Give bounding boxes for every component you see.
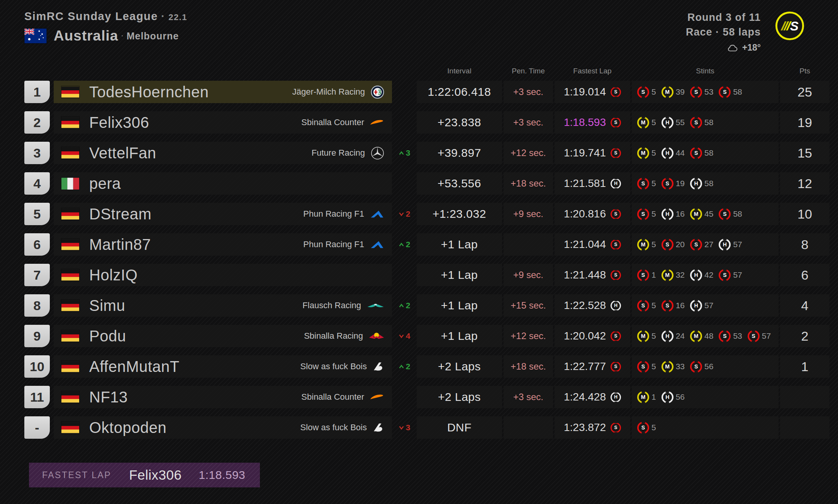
tire-H-icon: H xyxy=(690,178,702,190)
results-table: 1 TodesHoernchen Jäger-Milch Racing 1:22… xyxy=(0,81,838,439)
team-name: Sbinalla Racing xyxy=(304,331,363,341)
stint-lap: 19 xyxy=(676,179,685,188)
table-row: 2 Felix306 Sbinalla Counter +23.838 +3 s… xyxy=(24,111,838,134)
fastest-lap-cell: 1:24.428H xyxy=(555,386,630,408)
stint-item: S53 xyxy=(719,330,742,342)
penalty-value: +9 sec. xyxy=(504,264,553,286)
stint-lap: 5 xyxy=(651,209,656,219)
tire-S-icon: S xyxy=(690,147,702,159)
driver-cell: NF13 Sbinalla Counter xyxy=(54,386,392,408)
position-number: 3 xyxy=(34,146,41,161)
fastest-lap-cell: 1:21.044S xyxy=(555,233,630,256)
fastest-lap-value: 1:20.816 xyxy=(564,208,606,220)
fastest-lap-cell: 1:19.014S xyxy=(555,81,630,103)
fastest-lap-cell: 1:20.042S xyxy=(555,325,630,347)
column-header-fastest-lap: Fastest Lap xyxy=(555,67,630,75)
country-name: Australia xyxy=(54,28,118,44)
race-results-screen: SimRC Sunday League·22.1 Australia · Mel… xyxy=(0,0,838,504)
stint-item: S1 xyxy=(637,269,656,281)
position-badge: 5 xyxy=(24,203,50,225)
penalty-value: +3 sec. xyxy=(504,111,553,134)
position-badge: 3 xyxy=(24,142,50,164)
stint-lap: 58 xyxy=(704,148,713,158)
table-row: 5 DStream Phun Racing F1 2 +1:23.032 +9 … xyxy=(24,203,838,225)
stint-item: M1 xyxy=(637,391,656,403)
stint-item: S5 xyxy=(637,208,656,220)
interval-value: +2 Laps xyxy=(417,355,502,378)
stint-item: M5 xyxy=(637,117,656,129)
de-flag-icon xyxy=(61,300,79,312)
fastest-lap-value: 1:23.872 xyxy=(564,421,606,434)
tire-S-icon: S xyxy=(611,148,621,158)
points-value: 25 xyxy=(780,81,830,103)
position-change-value: 4 xyxy=(406,331,411,341)
stint-lap: 53 xyxy=(733,331,742,341)
fastest-lap-value: 1:19.014 xyxy=(564,86,606,98)
stint-item: M5 xyxy=(637,239,656,251)
position-change-indicator: 3 xyxy=(392,142,417,164)
team-name: Flausch Racing xyxy=(302,300,361,311)
stint-item: H44 xyxy=(662,147,685,159)
driver-name: TodesHoernchen xyxy=(89,83,209,101)
stint-item: S5 xyxy=(637,300,656,312)
fastest-lap-value: 1:20.042 xyxy=(564,330,606,342)
table-row: 1 TodesHoernchen Jäger-Milch Racing 1:22… xyxy=(24,81,838,103)
tire-H-icon: H xyxy=(662,330,673,342)
position-change-value: 2 xyxy=(406,362,411,371)
stint-lap: 5 xyxy=(651,301,656,310)
position-number: 9 xyxy=(34,329,41,344)
stint-item: H16 xyxy=(662,208,685,220)
tire-M-icon: M xyxy=(637,147,649,159)
stint-lap: 32 xyxy=(676,270,685,280)
stints-cell: M5H55S58 xyxy=(632,111,779,134)
tire-H-icon: H xyxy=(662,208,673,220)
tire-S-icon: S xyxy=(690,361,702,373)
stints-cell: S5 xyxy=(632,416,779,439)
fastest-lap-value: 1:19.741 xyxy=(564,147,606,159)
fastest-lap-cell: 1:22.528H xyxy=(555,294,630,317)
tire-M-icon: M xyxy=(690,208,702,220)
penalty-value xyxy=(504,416,553,439)
stint-item: S58 xyxy=(719,86,742,98)
driver-cell: DStream Phun Racing F1 xyxy=(54,203,392,225)
tire-M-icon: M xyxy=(690,330,702,342)
interval-value: +1 Lap xyxy=(417,325,502,347)
stint-lap: 27 xyxy=(704,240,713,249)
stint-item: M39 xyxy=(662,86,685,98)
tire-S-icon: S xyxy=(748,330,760,342)
stint-item: H24 xyxy=(662,330,685,342)
stint-lap: 48 xyxy=(704,331,713,341)
penalty-value: +18 sec. xyxy=(504,355,553,378)
stint-lap: 56 xyxy=(704,362,713,371)
fastest-lap-time: 1:18.593 xyxy=(199,468,246,482)
stint-item: M32 xyxy=(662,269,685,281)
points-value: 4 xyxy=(780,294,830,317)
position-number: 10 xyxy=(30,359,44,374)
driver-name: AffenMutanT xyxy=(89,358,180,375)
stint-item: M5 xyxy=(637,147,656,159)
fastest-lap-cell: 1:21.448S xyxy=(555,264,630,286)
de-flag-icon xyxy=(61,361,79,373)
tire-S-icon: S xyxy=(637,86,649,98)
tire-S-icon: S xyxy=(611,209,621,219)
stint-item: S20 xyxy=(662,239,685,251)
stints-cell: S5H16M45S58 xyxy=(632,203,779,225)
stints-cell: M5H24M48S53S57 xyxy=(632,325,779,347)
tire-S-icon: S xyxy=(611,361,621,372)
tire-S-icon: S xyxy=(637,422,649,434)
interval-value: +1 Lap xyxy=(417,233,502,256)
driver-name: Felix306 xyxy=(89,114,149,131)
position-number: 1 xyxy=(34,85,41,100)
points-value xyxy=(780,386,830,408)
tire-M-icon: M xyxy=(662,269,673,281)
stint-lap: 5 xyxy=(651,87,656,97)
stint-lap: 57 xyxy=(733,270,742,280)
fastest-lap-value: 1:22.777 xyxy=(564,360,606,373)
team-name: Phun Racing F1 xyxy=(303,209,364,219)
driver-cell: HolzIQ xyxy=(54,264,392,286)
driver-cell: Martin87 Phun Racing F1 xyxy=(54,233,392,256)
cloud-icon xyxy=(727,44,738,52)
de-flag-icon xyxy=(61,117,79,129)
tire-H-icon: H xyxy=(611,178,621,189)
team-name: Future Racing xyxy=(312,148,365,158)
